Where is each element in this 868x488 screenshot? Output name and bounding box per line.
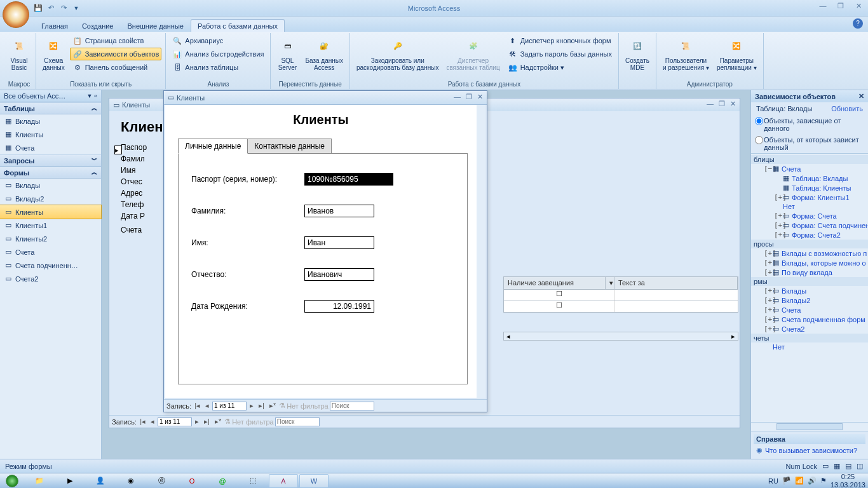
recnav-prev[interactable]: ◂: [149, 417, 156, 426]
ribbon-button-small[interactable]: 🛠Задать пароль базы данных: [505, 48, 614, 60]
tree-node[interactable]: Нет: [751, 342, 868, 351]
recnav-first[interactable]: |◂: [193, 402, 202, 410]
save-icon[interactable]: 💾: [33, 3, 43, 13]
close-button[interactable]: ✕: [853, 2, 864, 10]
field-input[interactable]: [304, 236, 374, 249]
radio-depending-objects[interactable]: [755, 136, 763, 144]
dep-radio-depends-on[interactable]: Объекты, зависящие от данного: [751, 115, 868, 134]
nav-item[interactable]: ▦Счета: [0, 141, 101, 154]
tree-node[interactable]: [+]▭Форма: Счета: [751, 211, 868, 220]
nav-item[interactable]: ▭Вклады: [0, 179, 101, 192]
tray-sound-icon[interactable]: 🔊: [808, 477, 817, 485]
taskbar-chrome[interactable]: ◉: [116, 474, 146, 488]
tab-contact-data[interactable]: Контактные данные: [247, 139, 332, 154]
tray-language[interactable]: RU: [768, 477, 778, 485]
ribbon-button[interactable]: 🔃СоздатьMDE: [623, 34, 652, 72]
ribbon-button[interactable]: 📜VisualBasic: [6, 34, 32, 72]
ribbon-button-small[interactable]: ⬆Диспетчер кнопочных форм: [505, 34, 614, 47]
ribbon-tab[interactable]: Внешние данные: [121, 19, 191, 32]
nav-header[interactable]: Все объекты Acc… ▼ «: [0, 90, 101, 102]
tree-node[interactable]: [+]▭Вклады2: [751, 295, 868, 305]
ribbon-button-small[interactable]: ⚙Панель сообщений: [70, 61, 162, 74]
tree-node[interactable]: [+]▤Вклады, которые можно о: [751, 258, 868, 268]
tree-expander[interactable]: [+]: [764, 315, 770, 323]
bg-col-testament[interactable]: Наличие завещания: [504, 277, 606, 289]
ribbon-button[interactable]: 🔑Закодировать илираскодировать базу данн…: [354, 34, 441, 72]
ribbon-button-small[interactable]: 👥Надстройки ▾: [505, 61, 614, 74]
maximize-button[interactable]: ❐: [835, 2, 846, 10]
field-input[interactable]: [304, 173, 393, 186]
ribbon-tab[interactable]: Создание: [75, 19, 121, 32]
tray-app-icon[interactable]: ⚑: [820, 477, 827, 485]
tree-expander[interactable]: [+]: [774, 193, 780, 201]
tree-expander[interactable]: [+]: [764, 268, 770, 276]
tree-node[interactable]: [−]▦Счета: [751, 164, 868, 173]
recnav-position[interactable]: [158, 417, 192, 426]
radio-dependent-objects[interactable]: [755, 117, 763, 125]
ribbon-button-small[interactable]: 🗄Анализ таблицы: [170, 61, 266, 74]
nav-section-header[interactable]: Таблицы︽: [0, 102, 101, 114]
dep-radio-depends-from[interactable]: Объекты, от которых зависит данный: [751, 134, 868, 153]
help-button[interactable]: ?: [853, 18, 863, 29]
view-datasheet-icon[interactable]: ▦: [834, 462, 840, 470]
nav-item[interactable]: ▭Клиенты2: [0, 232, 101, 245]
field-input[interactable]: [304, 268, 374, 281]
tree-node[interactable]: ▦Таблица: Клиенты: [751, 183, 868, 193]
view-layout-icon[interactable]: ▤: [845, 462, 851, 470]
tray-flag-icon[interactable]: 🏴: [782, 477, 791, 485]
tree-expander[interactable]: [+]: [764, 287, 770, 295]
recnav-new[interactable]: ▸*: [268, 402, 278, 410]
tree-node[interactable]: [+]▤По виду вклада: [751, 268, 868, 277]
ribbon-button[interactable]: 🔐База данныхAccess: [302, 34, 346, 72]
office-button[interactable]: [3, 1, 29, 28]
tree-expander[interactable]: [+]: [764, 325, 770, 333]
nav-item[interactable]: ▭Клиенты: [0, 205, 102, 219]
tree-node[interactable]: [+]▭Вклады: [751, 286, 868, 295]
nav-item[interactable]: ▦Вклады: [0, 114, 101, 128]
dep-help-link[interactable]: ◉ Что вызывает зависимости?: [754, 444, 865, 456]
dep-scrollbar[interactable]: [751, 422, 868, 431]
fg-maximize-button[interactable]: ❐: [466, 93, 472, 101]
recnav-last[interactable]: ▸|: [257, 402, 266, 410]
taskbar-media[interactable]: ▶: [55, 474, 85, 488]
nav-section-header[interactable]: Запросы︾: [0, 154, 101, 166]
tree-expander[interactable]: [−]: [764, 165, 770, 173]
tree-node[interactable]: [+]▤Вклады с возможностью п: [751, 248, 868, 258]
ribbon-button-small[interactable]: 🔗Зависимости объектов: [70, 48, 162, 60]
recnav-last[interactable]: ▸|: [202, 417, 212, 426]
ribbon-tab[interactable]: Главная: [34, 19, 75, 32]
ribbon-button[interactable]: 🔀Схемаданных: [40, 34, 67, 72]
tree-node[interactable]: ▦Таблица: Вклады: [751, 173, 868, 183]
tree-node[interactable]: [+]▭Форма: Клиенты1: [751, 193, 868, 202]
tray-network-icon[interactable]: 📶: [795, 477, 804, 485]
taskbar-app1[interactable]: 👤: [86, 474, 115, 488]
bg-maximize-button[interactable]: ❐: [719, 100, 725, 108]
view-design-icon[interactable]: ◫: [857, 462, 863, 470]
recnav-new[interactable]: ▸*: [213, 417, 223, 426]
ribbon-button-small[interactable]: 📋Страница свойств: [70, 34, 162, 47]
qat-dropdown-icon[interactable]: ▼: [71, 3, 81, 13]
dep-close-button[interactable]: ✕: [858, 92, 864, 100]
recnav-first[interactable]: |◂: [138, 417, 147, 426]
recnav-next[interactable]: ▸: [193, 417, 201, 426]
nav-item[interactable]: ▭Счета: [0, 245, 101, 259]
fg-close-button[interactable]: ✕: [477, 93, 483, 101]
taskbar-ie[interactable]: ⓔ: [147, 474, 176, 488]
taskbar-access[interactable]: A: [269, 474, 298, 488]
fg-scrollbar[interactable]: [477, 105, 485, 398]
bg-col-text[interactable]: Текст за: [614, 277, 738, 289]
recnav-position[interactable]: [212, 402, 247, 410]
ribbon-button-small[interactable]: 🔍Архивариус: [170, 34, 266, 47]
view-form-icon[interactable]: ▭: [822, 462, 829, 470]
fg-minimize-button[interactable]: —: [454, 93, 461, 101]
nav-item[interactable]: ▭Вклады2: [0, 192, 101, 205]
tree-expander[interactable]: [+]: [764, 249, 770, 257]
tree-node[interactable]: [+]▭Форма: Счета подчинен: [751, 220, 868, 230]
recnav-prev[interactable]: ◂: [203, 402, 211, 410]
field-input[interactable]: [304, 205, 374, 217]
nav-item[interactable]: ▭Счета подчиненн…: [0, 259, 101, 272]
tree-node[interactable]: [+]▭Счета: [751, 305, 868, 315]
recnav-next[interactable]: ▸: [248, 402, 255, 410]
foreground-form-window[interactable]: ▭ Клиенты — ❐ ✕ Клиенты Личные данные Ко…: [163, 90, 487, 412]
tree-expander[interactable]: [+]: [764, 306, 770, 314]
